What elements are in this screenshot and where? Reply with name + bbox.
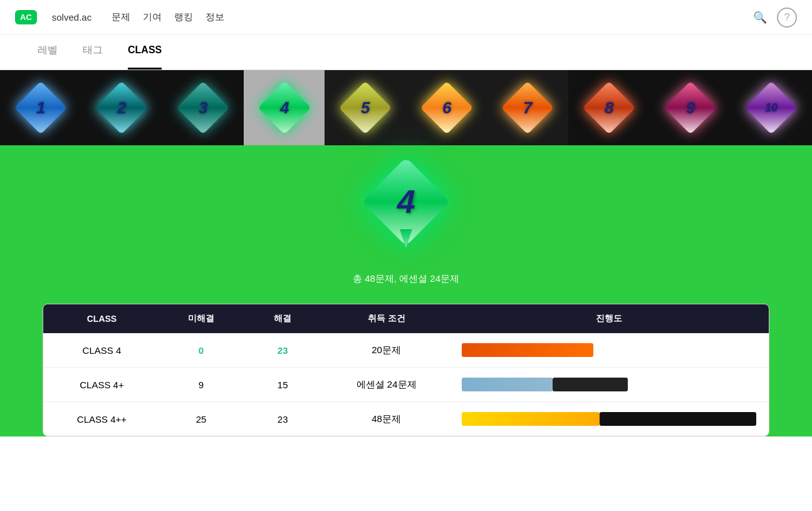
class-number-6: 6 xyxy=(442,100,451,116)
table-row-class4plus: CLASS 4+ 9 15 에센셜 24문제 xyxy=(43,368,769,402)
class-number-2: 2 xyxy=(117,100,126,116)
search-icon[interactable]: 🔍 xyxy=(753,11,767,24)
class-cell-10[interactable]: 10 xyxy=(731,70,812,145)
help-icon[interactable]: ? xyxy=(777,8,797,28)
nav-item-contribute[interactable]: 기여 xyxy=(143,11,162,23)
table-container: CLASS 미해결 해결 취득 조건 진행도 CLASS 4 0 23 20문제 xyxy=(43,304,769,436)
class-number-4: 4 xyxy=(279,100,288,116)
class-diamond-2: 2 xyxy=(95,81,148,135)
class-cell-4[interactable]: 4 xyxy=(244,70,325,145)
tab-tag[interactable]: 태그 xyxy=(83,35,103,70)
cell-class4pp-unsolved: 25 xyxy=(160,402,242,436)
progress-bar-class4pp xyxy=(462,412,756,426)
class-number-8: 8 xyxy=(605,100,613,116)
cell-class4-name: CLASS 4 xyxy=(43,333,160,368)
class-diamond-4: 4 xyxy=(258,81,311,135)
progress-fill-class4plus-blue xyxy=(462,378,553,391)
class-diamond-7: 7 xyxy=(501,81,554,135)
brand-name: solved.ac xyxy=(52,12,91,23)
large-diamond-container: 4 xyxy=(375,170,437,248)
class-diamond-1: 1 xyxy=(14,81,67,135)
nav-item-info[interactable]: 정보 xyxy=(206,11,224,23)
nav-item-problems[interactable]: 문제 xyxy=(112,11,130,23)
cell-class4pp-solved: 23 xyxy=(242,402,323,436)
class-cell-5[interactable]: 5 xyxy=(325,70,406,145)
col-header-solved: 해결 xyxy=(242,304,323,333)
col-header-condition: 취득 조건 xyxy=(323,304,449,333)
large-class-number: 4 xyxy=(397,185,415,218)
class-diamond-9: 9 xyxy=(664,81,717,135)
class-cell-2[interactable]: 2 xyxy=(81,70,163,145)
class-table: CLASS 미해결 해결 취득 조건 진행도 CLASS 4 0 23 20문제 xyxy=(43,304,769,436)
cell-class4-condition: 20문제 xyxy=(323,333,449,368)
class-cell-1[interactable]: 1 xyxy=(0,70,81,145)
nav-item-ranking[interactable]: 랭킹 xyxy=(174,11,193,23)
class-diamond-10: 10 xyxy=(745,81,798,135)
col-header-class: CLASS xyxy=(43,304,160,333)
cell-class4pp-name: CLASS 4++ xyxy=(43,402,160,436)
cell-class4-progress xyxy=(449,333,769,368)
class-number-7: 7 xyxy=(523,100,532,116)
progress-fill-class4pp-yellow xyxy=(462,412,600,426)
cell-class4-unsolved: 0 xyxy=(160,333,242,368)
col-header-progress: 진행도 xyxy=(449,304,769,333)
col-header-unsolved: 미해결 xyxy=(160,304,242,333)
tab-level[interactable]: 레벨 xyxy=(38,35,58,70)
class-number-3: 3 xyxy=(199,100,207,116)
cell-class4plus-name: CLASS 4+ xyxy=(43,368,160,402)
class-cell-3[interactable]: 3 xyxy=(162,70,244,145)
tab-class[interactable]: CLASS xyxy=(128,35,162,70)
class-cell-8[interactable]: 8 xyxy=(568,70,650,145)
tabs: 레벨 태그 CLASS xyxy=(0,35,812,70)
class-strip: 1 2 3 4 5 6 7 8 9 xyxy=(0,70,812,145)
cell-class4pp-condition: 48문제 xyxy=(323,402,449,436)
progress-bar-class4plus xyxy=(462,378,756,391)
class-number-10: 10 xyxy=(765,102,778,113)
class-diamond-3: 3 xyxy=(177,81,230,135)
progress-bar-class4 xyxy=(462,343,756,357)
table-row-class4: CLASS 4 0 23 20문제 xyxy=(43,333,769,368)
class-number-1: 1 xyxy=(36,100,45,116)
class-cell-9[interactable]: 9 xyxy=(650,70,731,145)
class-number-5: 5 xyxy=(361,100,370,116)
cell-class4plus-solved: 15 xyxy=(242,368,323,402)
header: AC solved.ac 문제 기여 랭킹 정보 🔍 ? xyxy=(0,0,812,35)
progress-fill-class4 xyxy=(462,343,593,357)
table-row-class4plusplus: CLASS 4++ 25 23 48문제 xyxy=(43,402,769,436)
class-diamond-5: 5 xyxy=(339,81,392,135)
class-number-9: 9 xyxy=(685,100,694,116)
main-content: 4 총 48문제, 에센셜 24문제 CLASS 미해결 해결 취득 조건 진행… xyxy=(0,145,812,436)
class-diamond-8: 8 xyxy=(583,81,636,135)
class-subtitle: 총 48문제, 에센셜 24문제 xyxy=(353,273,459,285)
class-cell-7[interactable]: 7 xyxy=(487,70,569,145)
cell-class4plus-progress xyxy=(449,368,769,402)
class-cell-6[interactable]: 6 xyxy=(406,70,487,145)
cell-class4pp-progress xyxy=(449,402,769,436)
cell-class4plus-condition: 에센셜 24문제 xyxy=(323,368,449,402)
progress-fill-class4plus-black xyxy=(553,378,628,391)
cell-class4-solved: 23 xyxy=(242,333,323,368)
class-diamond-6: 6 xyxy=(420,81,473,135)
cell-class4plus-unsolved: 9 xyxy=(160,368,242,402)
logo[interactable]: AC xyxy=(15,10,37,24)
progress-fill-class4pp-black xyxy=(600,412,756,426)
header-right: 🔍 ? xyxy=(753,8,797,28)
nav: 문제 기여 랭킹 정보 xyxy=(112,11,224,23)
